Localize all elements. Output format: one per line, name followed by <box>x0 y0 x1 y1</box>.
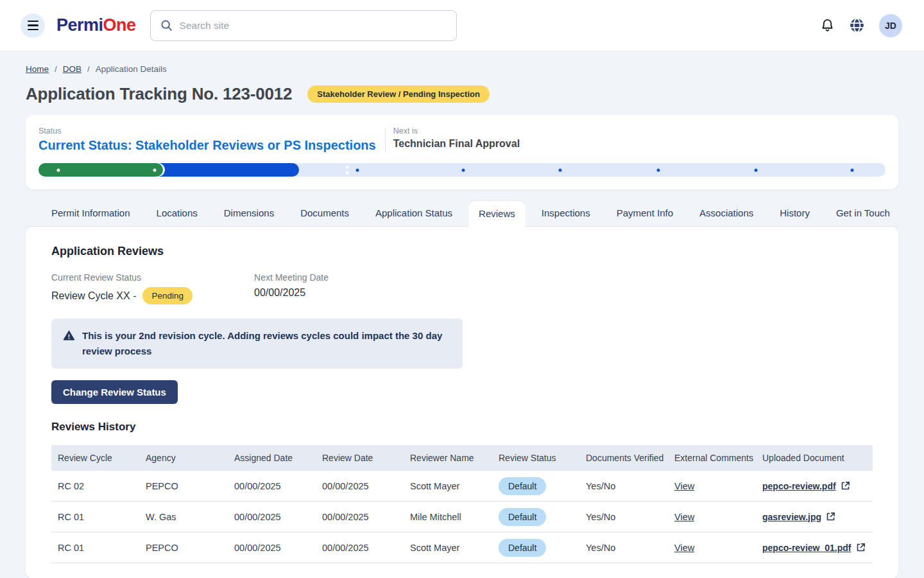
view-comments-link[interactable]: View <box>674 512 694 522</box>
tab-application-status[interactable]: Application Status <box>365 201 463 226</box>
breadcrumb-separator: / <box>87 64 90 74</box>
progress-dot <box>57 168 60 171</box>
external-link-icon <box>856 543 866 552</box>
document-filename: pepco-review.pdf <box>762 481 836 491</box>
col-uploaded-document: Uploaded Document <box>756 453 873 463</box>
cell-review-cycle: RC 01 <box>51 543 139 553</box>
cell-agency: W. Gas <box>139 512 228 522</box>
breadcrumb-dob-link[interactable]: DOB <box>63 64 81 74</box>
col-review-date: Review Date <box>316 453 404 463</box>
revision-warning: This is your 2nd revision cycle. Adding … <box>51 319 463 369</box>
review-summary: Current Review Status Review Cycle XX - … <box>51 272 873 304</box>
next-status-text: Technician Final Approval <box>393 138 520 150</box>
progress-dot <box>153 168 157 171</box>
next-status-block: Next is Technician Final Approval <box>386 127 520 150</box>
search-input[interactable] <box>180 20 447 31</box>
tab-dimensions[interactable]: Dimensions <box>214 201 284 226</box>
review-status-pill: Default <box>499 508 546 526</box>
hamburger-icon <box>28 29 38 30</box>
col-reviewer-name: Reviewer Name <box>404 453 492 463</box>
cell-reviewer-name: Mile Mitchell <box>404 512 492 522</box>
app-header: PermiOne JD <box>0 0 924 51</box>
progress-dot <box>559 168 562 171</box>
breadcrumb-separator: / <box>55 64 57 74</box>
col-documents-verified: Documents Verified <box>579 453 668 463</box>
logo-part-red: One <box>103 15 136 35</box>
hamburger-icon <box>28 21 38 22</box>
cell-documents-verified: Yes/No <box>579 543 668 553</box>
tab-associations[interactable]: Associations <box>689 201 764 226</box>
table-row: RC 01 PEPCO 00/00/2025 00/00/2025 Scott … <box>51 532 873 563</box>
site-search[interactable] <box>150 10 457 41</box>
tab-permit-information[interactable]: Permit Information <box>41 201 141 226</box>
tab-get-in-touch[interactable]: Get in Touch <box>826 201 900 226</box>
current-status-text: Current Status: Stakeholder Reviews or P… <box>38 138 376 153</box>
review-status-pill: Default <box>499 539 546 557</box>
cell-documents-verified: Yes/No <box>579 481 668 491</box>
cell-review-cycle: RC 01 <box>51 512 139 522</box>
reviews-history-table: Review Cycle Agency Assigned Date Review… <box>51 445 873 563</box>
pending-badge: Pending <box>142 287 193 304</box>
page-body: Home / DOB / Application Details Applica… <box>0 64 924 578</box>
next-meeting-date: 00/00/2025 <box>254 287 305 299</box>
tab-documents[interactable]: Documents <box>290 201 359 226</box>
view-comments-link[interactable]: View <box>674 481 694 491</box>
col-review-status: Review Status <box>492 453 579 463</box>
globe-icon <box>849 17 865 33</box>
warning-icon <box>63 329 75 342</box>
tab-locations[interactable]: Locations <box>146 201 208 226</box>
section-title: Application Reviews <box>51 245 873 258</box>
reviews-history-title: Reviews History <box>51 421 873 434</box>
uploaded-document-link[interactable]: pepco-review.pdf <box>762 481 850 491</box>
col-assigned-date: Assigned Date <box>228 453 316 463</box>
title-row: Application Tracking No. 123-0012 Stakeh… <box>26 84 898 104</box>
tab-payment-info[interactable]: Payment Info <box>606 201 683 226</box>
change-review-status-button[interactable]: Change Review Status <box>51 380 178 404</box>
progress-dot <box>755 168 758 171</box>
language-button[interactable] <box>849 17 865 33</box>
view-comments-link[interactable]: View <box>674 543 694 553</box>
notifications-button[interactable] <box>820 18 835 33</box>
col-agency: Agency <box>139 453 228 463</box>
tab-inspections[interactable]: Inspections <box>531 201 601 226</box>
breadcrumb-home-link[interactable]: Home <box>26 64 49 74</box>
cell-reviewer-name: Scott Mayer <box>404 543 492 553</box>
col-review-cycle: Review Cycle <box>51 453 139 463</box>
current-review-status-label: Current Review Status <box>51 272 193 283</box>
status-card: Status Current Status: Stakeholder Revie… <box>26 115 898 189</box>
search-icon <box>160 19 173 32</box>
cell-assigned-date: 00/00/2025 <box>228 512 316 522</box>
table-row: RC 01 W. Gas 00/00/2025 00/00/2025 Mile … <box>51 502 873 532</box>
uploaded-document-link[interactable]: gasreview.jpg <box>762 512 835 522</box>
application-status-badge: Stakeholder Review / Pending Inspection <box>307 85 490 103</box>
user-avatar[interactable]: JD <box>879 14 902 37</box>
cell-assigned-date: 00/00/2025 <box>228 481 316 491</box>
breadcrumb: Home / DOB / Application Details <box>26 64 898 74</box>
warning-text: This is your 2nd revision cycle. Adding … <box>82 328 451 359</box>
document-filename: gasreview.jpg <box>762 512 821 522</box>
cell-review-date: 00/00/2025 <box>316 481 404 491</box>
app-logo[interactable]: PermiOne <box>56 15 136 35</box>
tab-reviews[interactable]: Reviews <box>468 201 526 227</box>
reviews-panel: Application Reviews Current Review Statu… <box>26 227 898 578</box>
current-status-block: Status Current Status: Stakeholder Revie… <box>38 127 385 153</box>
tab-history[interactable]: History <box>769 201 820 226</box>
col-external-comments: External Comments <box>668 453 756 463</box>
cell-review-date: 00/00/2025 <box>316 512 404 522</box>
next-meeting: Next Meeting Date 00/00/2025 <box>254 272 329 304</box>
cell-documents-verified: Yes/No <box>579 512 668 522</box>
next-is-label: Next is <box>393 127 520 136</box>
table-row: RC 02 PEPCO 00/00/2025 00/00/2025 Scott … <box>51 471 873 502</box>
review-status-pill: Default <box>499 477 546 495</box>
progress-dot <box>657 168 660 171</box>
external-link-icon <box>841 481 850 491</box>
current-review-status-value: Review Cycle XX - <box>51 290 136 302</box>
cell-agency: PEPCO <box>139 543 228 553</box>
hamburger-icon <box>28 24 38 26</box>
header-actions: JD <box>820 14 902 37</box>
cell-review-cycle: RC 02 <box>51 481 139 491</box>
hamburger-menu-button[interactable] <box>21 13 45 38</box>
uploaded-document-link[interactable]: pepco-review_01.pdf <box>762 543 866 553</box>
page-title: Application Tracking No. 123-0012 <box>26 84 292 104</box>
progress-segment-complete <box>38 163 163 177</box>
